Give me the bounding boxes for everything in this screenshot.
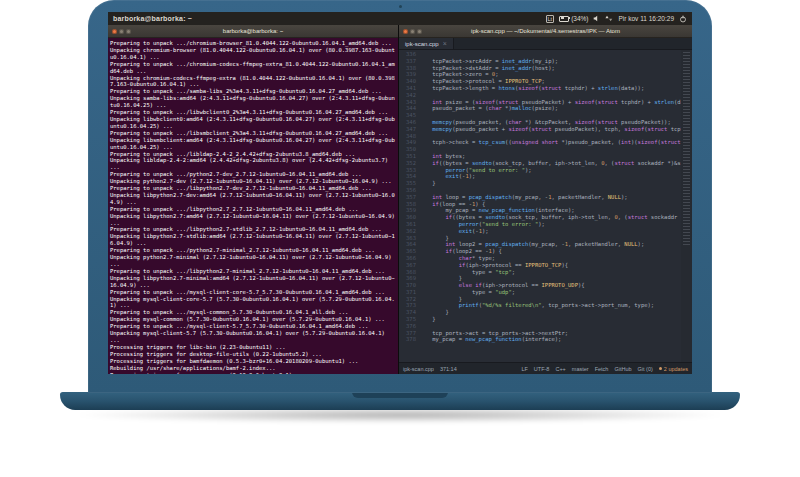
line-number: 376: [399, 323, 416, 330]
line-number: 363: [399, 235, 416, 242]
terminal-line: Preparing to unpack .../libldap-2.4-2_2.…: [110, 151, 396, 158]
code-line: [419, 92, 681, 99]
line-number: 375: [399, 316, 416, 323]
battery-percent: (34%): [571, 15, 588, 22]
line-number: 370: [399, 282, 416, 289]
system-tray: Lt (34%) Pir kov 11 16:20:29: [546, 15, 687, 23]
line-number: 341: [399, 85, 416, 92]
code-line: printf("%d/%s filtered\n", tcp_ports->ac…: [419, 302, 681, 309]
tab-close-icon[interactable]: ×: [443, 40, 447, 47]
code-line: [419, 133, 681, 140]
minimize-button[interactable]: [119, 29, 124, 34]
terminal-line: Preparing to unpack .../libpython2.7-min…: [110, 268, 396, 275]
terminal-line: Preparing to unpack .../mysql-client-5.7…: [110, 323, 396, 330]
line-number: 348: [399, 133, 416, 140]
line-number: 377: [399, 330, 416, 337]
terminal-line: Unpacking libpython2.7-minimal:amd64 (2.…: [110, 275, 396, 289]
power-icon[interactable]: [679, 15, 687, 23]
code-line: }: [419, 275, 681, 282]
editor-statusbar: ipk-scan.cpp371:14 LFUTF-8C++masterFetch…: [399, 362, 692, 374]
line-number: 353: [399, 167, 416, 174]
line-number: 366: [399, 255, 416, 262]
battery-indicator[interactable]: (34%): [559, 15, 588, 22]
terminal-line: Unpacking python2.7-minimal (2.7.12-1ubu…: [110, 254, 396, 268]
terminal-title: barborka@barborka: ~: [108, 28, 398, 34]
close-button[interactable]: [112, 29, 117, 34]
window-controls: [403, 29, 422, 34]
status-item[interactable]: Fetch: [595, 366, 609, 372]
code-line: }: [419, 316, 681, 323]
code-line: [419, 112, 681, 119]
status-item[interactable]: master: [572, 366, 589, 372]
code-line: exit(-1);: [419, 173, 681, 180]
maximize-button[interactable]: [417, 29, 422, 34]
status-item[interactable]: Git (0): [638, 366, 653, 372]
terminal-line: Unpacking chromium-codecs-ffmpeg-extra (…: [110, 75, 396, 89]
window-controls: [112, 29, 131, 34]
webcam-dot: [399, 5, 402, 8]
status-right: LFUTF-8C++masterFetchGitHubGit (0)2 upda…: [521, 366, 688, 372]
line-number: 359: [399, 207, 416, 214]
code-line: [419, 51, 681, 58]
code-line: my_pcap = new_pcap_function(interface);: [419, 336, 681, 343]
status-item[interactable]: 371:14: [440, 366, 457, 372]
terminal-line: Unpacking samba-libs:amd64 (2:4.3.11+dfs…: [110, 95, 396, 109]
line-number: 346: [399, 119, 416, 126]
line-number: 356: [399, 187, 416, 194]
battery-icon: [559, 16, 569, 22]
code-editor: 3363373383393403413423433443453463473483…: [399, 50, 692, 362]
terminal-line: Unpacking chromium-browser (81.0.4044.12…: [110, 47, 396, 61]
volume-icon[interactable]: [593, 15, 600, 22]
code-area[interactable]: tcpPacket->srcAddr = inet_addr(my_ip); t…: [419, 50, 681, 362]
terminal-body[interactable]: Preparing to unpack .../chromium-browser…: [108, 38, 398, 374]
line-number: 360: [399, 214, 416, 221]
code-line: tcpPacket->protocol = IPPROTO_TCP;: [419, 78, 681, 85]
status-left: ipk-scan.cpp371:14: [403, 366, 457, 372]
code-line: type = "tcp";: [419, 269, 681, 276]
minimap[interactable]: [681, 50, 692, 362]
terminal-line: Preparing to unpack .../mysql-common_5.7…: [110, 309, 396, 316]
code-line: tcph->check = tcp_csum((unsigned short *…: [419, 139, 681, 146]
line-number: 365: [399, 248, 416, 255]
screen: barborka@barborka: ~ Lt (34%) Pir kov 11…: [108, 12, 692, 374]
line-number: 378: [399, 336, 416, 343]
code-line: }: [419, 296, 681, 303]
updates-badge[interactable]: 2 updates: [659, 366, 688, 372]
code-line: perror("send to error: ");: [419, 167, 681, 174]
minimize-button[interactable]: [410, 29, 415, 34]
desktop-windows: barborka@barborka: ~ Preparing to unpack…: [108, 25, 692, 374]
line-number: 338: [399, 65, 416, 72]
close-button[interactable]: [403, 29, 408, 34]
line-number: 361: [399, 221, 416, 228]
status-item[interactable]: ipk-scan.cpp: [403, 366, 434, 372]
tab-ipk-scan[interactable]: ipk-scan.cpp ×: [399, 38, 454, 49]
line-number: 374: [399, 309, 416, 316]
maximize-button[interactable]: [126, 29, 131, 34]
terminal-line: Preparing to unpack .../mysql-client-cor…: [110, 289, 396, 296]
clock[interactable]: Pir kov 11 16:20:29: [618, 15, 674, 22]
editor-tab-bar: ipk-scan.cpp ×: [399, 38, 692, 50]
terminal-titlebar[interactable]: barborka@barborka: ~: [108, 25, 398, 38]
code-line: memcpy(pseudo_packet + sizeof(struct pse…: [419, 126, 681, 133]
code-line: }: [419, 309, 681, 316]
line-number: 367: [399, 262, 416, 269]
status-item[interactable]: C++: [555, 366, 565, 372]
keyboard-layout-indicator[interactable]: Lt: [546, 15, 555, 23]
status-item[interactable]: LF: [521, 366, 527, 372]
code-line: [419, 187, 681, 194]
network-icon[interactable]: [605, 15, 613, 22]
code-line: int bytes;: [419, 153, 681, 160]
line-number: 345: [399, 112, 416, 119]
editor-titlebar[interactable]: ipk-scan.cpp — ~/Dokumentai/4.semestras/…: [399, 25, 692, 38]
code-line: tcpPacket->length = htons(sizeof(struct …: [419, 85, 681, 92]
status-item[interactable]: GitHub: [614, 366, 631, 372]
code-line: [419, 323, 681, 330]
terminal-line: Unpacking libpython2.7:amd64 (2.7.12-1ub…: [110, 213, 396, 227]
code-line: [419, 146, 681, 153]
terminal-line: Processing triggers for desktop-file-uti…: [110, 351, 396, 358]
status-item[interactable]: UTF-8: [534, 366, 550, 372]
line-number: 342: [399, 92, 416, 99]
terminal-line: Preparing to unpack .../libpython2.7-std…: [110, 226, 396, 233]
code-line: int loop = pcap_dispatch(my_pcap, -1, pa…: [419, 194, 681, 201]
terminal-line: Unpacking libsmbclient:amd64 (2:4.3.11+d…: [110, 137, 396, 151]
